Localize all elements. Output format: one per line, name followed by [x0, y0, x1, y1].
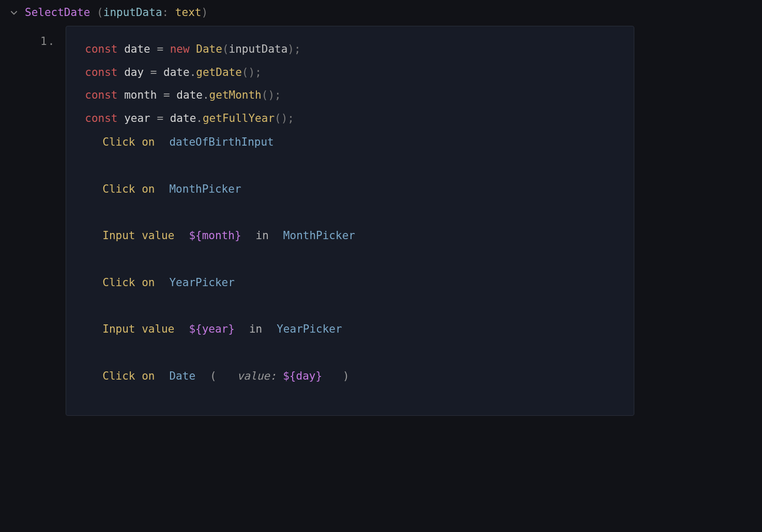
step-number: 1.	[40, 26, 55, 48]
paren-close: )	[201, 6, 208, 19]
command-line: Click onYearPicker	[85, 274, 615, 291]
code-line: const date = new Date(inputData);	[85, 41, 615, 58]
command-line: Click ondateOfBirthInput	[85, 134, 615, 151]
paren-open: (	[97, 6, 103, 19]
function-name: SelectDate	[25, 6, 90, 19]
param-type: text	[175, 6, 202, 19]
collapse-chevron-icon[interactable]	[9, 8, 19, 17]
code-line: const day = date.getDate();	[85, 64, 615, 81]
arg-label: value:	[237, 370, 277, 382]
function-header: SelectDate (inputData: text)	[9, 6, 753, 19]
command-line: Click onDate(value: ${day})	[85, 368, 615, 385]
command-line: Click onMonthPicker	[85, 181, 615, 198]
command-line: Input value${year}inYearPicker	[85, 321, 615, 338]
code-line: const month = date.getMonth();	[85, 87, 615, 104]
command-line: Input value${month}inMonthPicker	[85, 227, 615, 244]
step-row: 1. const date = new Date(inputData); con…	[40, 26, 753, 416]
code-line: const year = date.getFullYear();	[85, 110, 615, 127]
code-block[interactable]: const date = new Date(inputData); const …	[66, 26, 634, 416]
function-signature: SelectDate (inputData: text)	[25, 6, 208, 19]
param-name: inputData	[103, 6, 162, 19]
